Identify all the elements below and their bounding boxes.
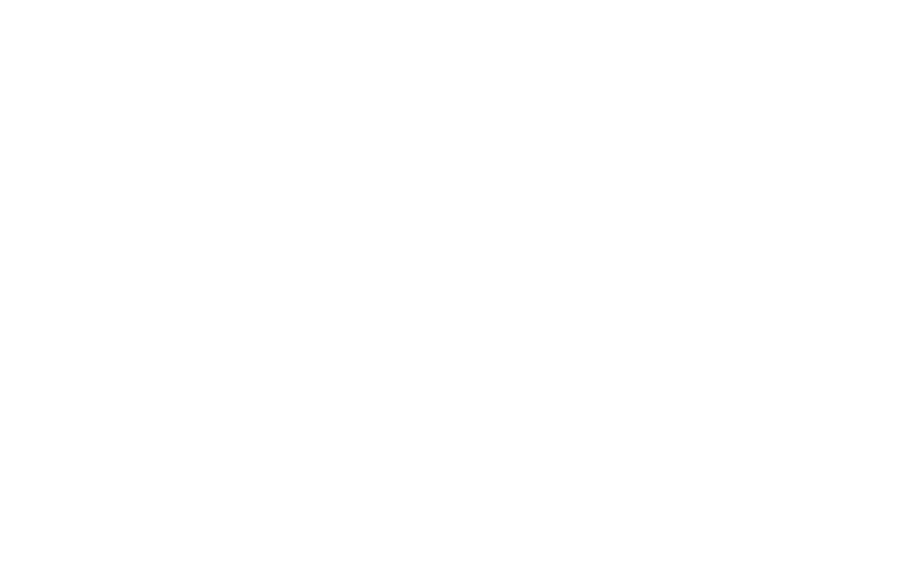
schematic-canvas <box>0 0 924 564</box>
schematic-svg <box>0 0 924 564</box>
